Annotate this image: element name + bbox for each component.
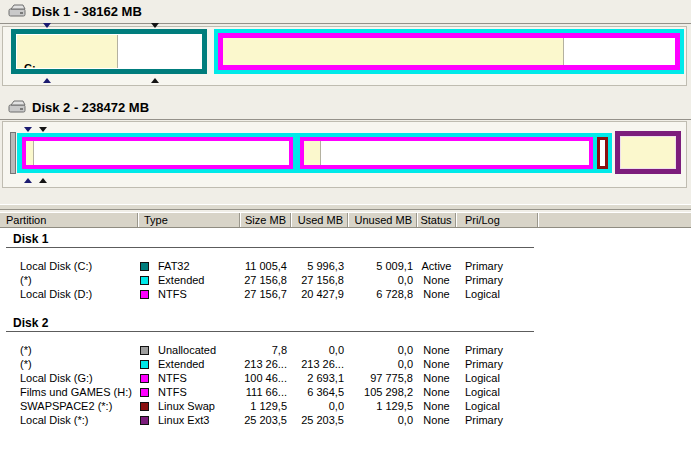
partition-bar-c-label: C: 11 005,4 MB FAT32 bbox=[24, 36, 126, 68]
cell-used: 0,0 bbox=[291, 343, 348, 357]
column-header-unused[interactable]: Unused MB bbox=[348, 213, 417, 227]
column-header-size[interactable]: Size MB bbox=[240, 213, 291, 227]
hard-disk-icon bbox=[8, 100, 27, 114]
table-row-extended2[interactable]: (*) Extended 213 26... 213 26... 0,0 Non… bbox=[0, 357, 691, 371]
cell-partition: Local Disk (D:) bbox=[0, 287, 138, 301]
column-header-prilog[interactable]: Pri/Log bbox=[456, 213, 538, 227]
cell-type: Linux Swap bbox=[138, 399, 240, 413]
cell-used: 20 427,9 bbox=[291, 287, 348, 301]
disk2-title: Disk 2 - 238472 MB bbox=[32, 100, 149, 115]
table-row-swap[interactable]: SWAPSPACE2 (*:) Linux Swap 1 129,5 0,0 1… bbox=[0, 399, 691, 413]
type-label: FAT32 bbox=[158, 259, 190, 273]
partition-bar-h-body: H: Films und GAMES 111 662,7 MB NTFS bbox=[304, 141, 589, 165]
type-label: Extended bbox=[158, 357, 204, 371]
cell-status: None bbox=[417, 287, 456, 301]
table-row-d[interactable]: Local Disk (D:) NTFS 27 156,7 20 427,9 6… bbox=[0, 287, 691, 301]
cell-used: 213 26... bbox=[291, 357, 348, 371]
cell-size: 100 46... bbox=[240, 371, 291, 385]
cell-prilog: Logical bbox=[456, 385, 538, 399]
boundary-marker-icon bbox=[43, 78, 51, 83]
partition-letter: C: bbox=[24, 62, 126, 68]
partition-bar-c[interactable]: C: 11 005,4 MB FAT32 bbox=[11, 29, 207, 74]
type-label: NTFS bbox=[158, 385, 187, 399]
boundary-marker-icon bbox=[39, 178, 47, 183]
table-row-extended1[interactable]: (*) Extended 27 156,8 27 156,8 0,0 None … bbox=[0, 273, 691, 287]
column-header-type[interactable]: Type bbox=[138, 213, 240, 227]
cell-partition: Films und GAMES (H:) bbox=[0, 385, 138, 399]
partition-table: Disk 1 Local Disk (C:) FAT32 11 005,4 5 … bbox=[0, 228, 691, 467]
column-header-used[interactable]: Used MB bbox=[291, 213, 348, 227]
table-row-ext3[interactable]: Local Disk (*:) Linux Ext3 25 203,5 25 2… bbox=[0, 413, 691, 427]
cell-size: 111 66... bbox=[240, 385, 291, 399]
type-label: Linux Swap bbox=[158, 399, 215, 413]
table-row-c[interactable]: Local Disk (C:) FAT32 11 005,4 5 996,3 5… bbox=[0, 259, 691, 273]
table-row-unallocated[interactable]: (*) Unallocated 7,8 0,0 0,0 None Primary bbox=[0, 343, 691, 357]
disk1-title: Disk 1 - 38162 MB bbox=[32, 4, 142, 19]
boundary-marker-icon bbox=[151, 78, 159, 83]
splitter-bar[interactable] bbox=[0, 204, 691, 210]
cell-type: NTFS bbox=[138, 287, 240, 301]
type-color-swatch bbox=[140, 276, 149, 285]
cell-unused: 97 775,8 bbox=[348, 371, 417, 385]
cell-size: 1 129,5 bbox=[240, 399, 291, 413]
column-header-partition[interactable]: Partition bbox=[0, 213, 138, 227]
partition-bar-d[interactable]: D: 27 156,7 MB NTFS bbox=[218, 33, 680, 70]
cell-used: 27 156,8 bbox=[291, 273, 348, 287]
cell-used: 0,0 bbox=[291, 399, 348, 413]
group-title-disk1: Disk 1 bbox=[13, 232, 691, 246]
cell-partition: SWAPSPACE2 (*:) bbox=[0, 399, 138, 413]
group-underline bbox=[6, 331, 534, 332]
cell-unused: 0,0 bbox=[348, 343, 417, 357]
cell-type: Unallocated bbox=[138, 343, 240, 357]
type-color-swatch bbox=[140, 388, 149, 397]
type-color-swatch bbox=[140, 374, 149, 383]
table-header: Partition Type Size MB Used MB Unused MB… bbox=[0, 212, 691, 228]
cell-type: FAT32 bbox=[138, 259, 240, 273]
partition-bar-ext3[interactable] bbox=[615, 131, 681, 174]
cell-prilog: Logical bbox=[456, 371, 538, 385]
boundary-marker-icon bbox=[39, 127, 47, 132]
cell-unused: 0,0 bbox=[348, 273, 417, 287]
unallocated-space-bar[interactable] bbox=[10, 132, 16, 174]
cell-size: 7,8 bbox=[240, 343, 291, 357]
type-color-swatch bbox=[140, 402, 149, 411]
table-row-h[interactable]: Films und GAMES (H:) NTFS 111 66... 6 36… bbox=[0, 385, 691, 399]
cell-prilog: Logical bbox=[456, 399, 538, 413]
cell-partition: (*) bbox=[0, 273, 138, 287]
group-title-disk2: Disk 2 bbox=[13, 316, 691, 330]
column-header-status[interactable]: Status bbox=[417, 213, 456, 227]
cell-size: 213 26... bbox=[240, 357, 291, 371]
cell-unused: 0,0 bbox=[348, 357, 417, 371]
partition-bar-h[interactable]: H: Films und GAMES 111 662,7 MB NTFS bbox=[300, 137, 593, 169]
partition-bar-swap[interactable] bbox=[597, 137, 608, 169]
disk1-rows: Local Disk (C:) FAT32 11 005,4 5 996,3 5… bbox=[0, 259, 691, 301]
cell-unused: 1 129,5 bbox=[348, 399, 417, 413]
cell-unused: 105 298,2 bbox=[348, 385, 417, 399]
cell-status: None bbox=[417, 371, 456, 385]
disk2-header-band: Disk 2 - 238472 MB bbox=[0, 96, 691, 120]
type-color-swatch bbox=[140, 360, 149, 369]
table-row-g[interactable]: Local Disk (G:) NTFS 100 46... 2 693,1 9… bbox=[0, 371, 691, 385]
partition-bar-g-body: G: 100 469,0 MB NTFS bbox=[26, 141, 289, 165]
group-underline bbox=[6, 247, 534, 248]
extended-partition-frame-disk1[interactable]: D: 27 156,7 MB NTFS bbox=[214, 29, 684, 74]
type-color-swatch bbox=[140, 346, 149, 355]
cell-size: 27 156,8 bbox=[240, 273, 291, 287]
cell-size: 11 005,4 bbox=[240, 259, 291, 273]
cell-partition: (*) bbox=[0, 357, 138, 371]
partition-bar-g[interactable]: G: 100 469,0 MB NTFS bbox=[22, 137, 293, 169]
type-label: Extended bbox=[158, 273, 204, 287]
boundary-marker-icon bbox=[151, 23, 159, 28]
type-color-swatch bbox=[140, 262, 149, 271]
cell-prilog: Primary bbox=[456, 259, 538, 273]
partition-bar-c-body: C: 11 005,4 MB FAT32 bbox=[17, 35, 201, 68]
cell-type: Linux Ext3 bbox=[138, 413, 240, 427]
cell-type: Extended bbox=[138, 273, 240, 287]
cell-partition: Local Disk (G:) bbox=[0, 371, 138, 385]
disk2-rows: (*) Unallocated 7,8 0,0 0,0 None Primary… bbox=[0, 343, 691, 427]
cell-type: NTFS bbox=[138, 385, 240, 399]
cell-partition: (*) bbox=[0, 343, 138, 357]
cell-used: 2 693,1 bbox=[291, 371, 348, 385]
type-label: NTFS bbox=[158, 287, 187, 301]
type-label: NTFS bbox=[158, 371, 187, 385]
